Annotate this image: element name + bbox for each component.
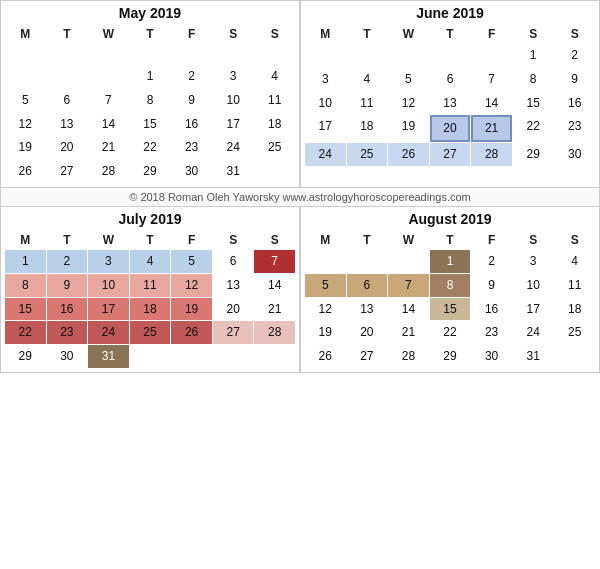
- july-day-10: 10: [88, 274, 129, 297]
- aug-header-t2: T: [430, 231, 471, 249]
- aug-day-30: 30: [471, 345, 512, 368]
- aug-day-18: 18: [554, 298, 595, 321]
- aug-day-4: 4: [554, 250, 595, 273]
- june-header-t2: T: [430, 25, 471, 43]
- may-day-23: 23: [171, 136, 212, 159]
- june-day-4: 4: [347, 68, 388, 91]
- copyright-text: © 2018 Roman Oleh Yaworsky www.astrology…: [0, 188, 600, 206]
- june-empty: [305, 44, 346, 67]
- july-header-t2: T: [130, 231, 171, 249]
- aug-header-w: W: [388, 231, 429, 249]
- june-day-30: 30: [554, 143, 595, 166]
- may-2019-block: May 2019 M T W T F S S 1 2 3 4 5: [0, 0, 300, 188]
- may-day-8: 8: [130, 89, 171, 112]
- may-day-18: 18: [254, 113, 295, 136]
- may-day-27: 27: [47, 160, 88, 183]
- july-day-13: 13: [213, 274, 254, 297]
- july-empty: [213, 345, 254, 368]
- june-day-13: 13: [430, 92, 471, 115]
- july-header-s1: S: [213, 231, 254, 249]
- aug-day-1: 1: [430, 250, 471, 273]
- aug-day-7: 7: [388, 274, 429, 297]
- june-header-m: M: [305, 25, 346, 43]
- july-day-30: 30: [47, 345, 88, 368]
- june-title: June 2019: [305, 5, 595, 21]
- aug-day-25: 25: [554, 321, 595, 344]
- aug-day-2: 2: [471, 250, 512, 273]
- june-day-21: 21: [471, 115, 512, 142]
- may-empty: [213, 44, 254, 64]
- aug-day-10: 10: [513, 274, 554, 297]
- may-day-30: 30: [171, 160, 212, 183]
- aug-day-28: 28: [388, 345, 429, 368]
- july-day-25: 25: [130, 321, 171, 344]
- june-day-15: 15: [513, 92, 554, 115]
- aug-day-8: 8: [430, 274, 471, 297]
- may-header-s2: S: [254, 25, 295, 43]
- may-day-21: 21: [88, 136, 129, 159]
- june-day-25: 25: [347, 143, 388, 166]
- july-day-3: 3: [88, 250, 129, 273]
- may-header-s1: S: [213, 25, 254, 43]
- july-day-11: 11: [130, 274, 171, 297]
- june-day-28: 28: [471, 143, 512, 166]
- aug-2019-block: August 2019 M T W T F S S 1 2 3 4 5 6 7 …: [300, 206, 600, 373]
- aug-day-12: 12: [305, 298, 346, 321]
- may-empty: [88, 44, 129, 64]
- june-day-11: 11: [347, 92, 388, 115]
- aug-title: August 2019: [305, 211, 595, 227]
- june-header-t1: T: [347, 25, 388, 43]
- june-day-9: 9: [554, 68, 595, 91]
- june-day-16: 16: [554, 92, 595, 115]
- june-day-3: 3: [305, 68, 346, 91]
- june-day-8: 8: [513, 68, 554, 91]
- june-day-6: 6: [430, 68, 471, 91]
- may-empty: [130, 44, 171, 64]
- july-header-m: M: [5, 231, 46, 249]
- june-day-2: 2: [554, 44, 595, 67]
- aug-day-20: 20: [347, 321, 388, 344]
- may-day-4: 4: [254, 65, 295, 88]
- july-day-24: 24: [88, 321, 129, 344]
- july-header-t1: T: [47, 231, 88, 249]
- may-day-15: 15: [130, 113, 171, 136]
- may-day-12: 12: [5, 113, 46, 136]
- june-day-7: 7: [471, 68, 512, 91]
- aug-day-grid: M T W T F S S 1 2 3 4 5 6 7 8 9 10 11 12…: [305, 231, 595, 368]
- june-empty: [347, 44, 388, 67]
- july-day-8: 8: [5, 274, 46, 297]
- aug-day-15: 15: [430, 298, 471, 321]
- may-header-w: W: [88, 25, 129, 43]
- july-day-grid: M T W T F S S 1 2 3 4 5 6 7 8 9 10 11 12…: [5, 231, 295, 368]
- may-day-11: 11: [254, 89, 295, 112]
- july-day-9: 9: [47, 274, 88, 297]
- june-header-s2: S: [554, 25, 595, 43]
- may-day-13: 13: [47, 113, 88, 136]
- june-header-w: W: [388, 25, 429, 43]
- june-day-19: 19: [388, 115, 429, 142]
- july-day-27: 27: [213, 321, 254, 344]
- aug-day-27: 27: [347, 345, 388, 368]
- may-day-9: 9: [171, 89, 212, 112]
- may-day-25: 25: [254, 136, 295, 159]
- may-header-m: M: [5, 25, 46, 43]
- june-day-18: 18: [347, 115, 388, 142]
- july-day-18: 18: [130, 298, 171, 321]
- june-day-26: 26: [388, 143, 429, 166]
- july-day-21: 21: [254, 298, 295, 321]
- may-day-28: 28: [88, 160, 129, 183]
- june-day-27: 27: [430, 143, 471, 166]
- june-header-f: F: [471, 25, 512, 43]
- aug-day-21: 21: [388, 321, 429, 344]
- june-day-1: 1: [513, 44, 554, 67]
- july-day-15: 15: [5, 298, 46, 321]
- may-day-24: 24: [213, 136, 254, 159]
- may-day-16: 16: [171, 113, 212, 136]
- july-day-6: 6: [213, 250, 254, 273]
- aug-day-22: 22: [430, 321, 471, 344]
- aug-day-9: 9: [471, 274, 512, 297]
- june-2019-block: June 2019 M T W T F S S 1 2 3 4 5 6 7 8 …: [300, 0, 600, 188]
- aug-day-5: 5: [305, 274, 346, 297]
- june-day-24: 24: [305, 143, 346, 166]
- june-empty: [388, 44, 429, 67]
